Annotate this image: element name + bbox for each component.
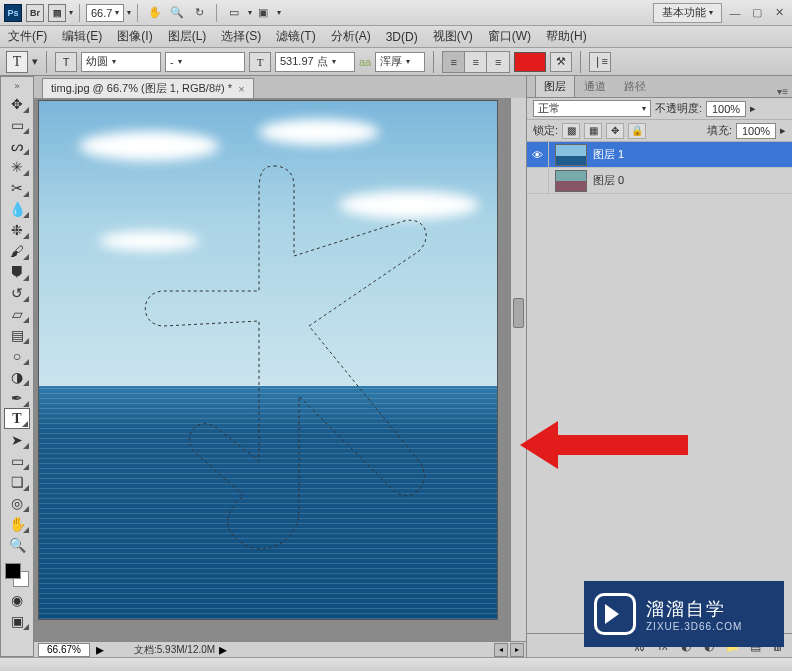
healing-brush-tool[interactable]: ❉ (4, 219, 30, 240)
layer-thumbnail[interactable] (555, 170, 587, 192)
history-brush-tool[interactable]: ↺ (4, 282, 30, 303)
zoom-menu-icon[interactable]: ▸ (96, 640, 104, 657)
scrollbar-thumb[interactable] (513, 298, 524, 328)
type-tool[interactable]: T (4, 408, 30, 429)
align-left-button[interactable]: ≡ (443, 52, 465, 72)
menu-select[interactable]: 选择(S) (221, 28, 261, 45)
align-right-button[interactable]: ≡ (487, 52, 509, 72)
toolbox-expand-icon[interactable]: » (14, 81, 19, 91)
foreground-color-swatch[interactable] (5, 563, 21, 579)
3d-tool[interactable]: ❏ (4, 471, 30, 492)
panel-menu-icon[interactable]: ▾≡ (777, 86, 788, 97)
character-panel-button[interactable]: ❘≡ (589, 52, 611, 72)
opacity-field[interactable]: 100% (706, 101, 746, 117)
layer-row[interactable]: 图层 0 (527, 168, 792, 194)
pen-tool[interactable]: ✒ (4, 387, 30, 408)
text-color-swatch[interactable] (514, 52, 546, 72)
lock-position-icon[interactable]: ✥ (606, 123, 624, 139)
canvas[interactable] (38, 100, 498, 620)
align-center-button[interactable]: ≡ (465, 52, 487, 72)
close-button[interactable]: ✕ (770, 6, 788, 19)
vertical-scrollbar[interactable] (510, 98, 526, 641)
3d-camera-tool[interactable]: ◎ (4, 492, 30, 513)
warp-text-button[interactable]: ⚒ (550, 52, 572, 72)
hand-tool-icon[interactable]: ✋ (144, 3, 166, 23)
eraser-tool[interactable]: ▱ (4, 303, 30, 324)
restore-button[interactable]: ▢ (748, 6, 766, 19)
menu-filter[interactable]: 滤镜(T) (276, 28, 315, 45)
zoom-tool-icon[interactable]: 🔍 (166, 3, 188, 23)
brush-tool[interactable]: 🖌 (4, 240, 30, 261)
font-size-combo[interactable]: 531.97 点 ▾ (275, 52, 355, 72)
tab-layers[interactable]: 图层 (535, 75, 575, 97)
tab-channels[interactable]: 通道 (575, 75, 615, 97)
scroll-left-button[interactable]: ◂ (494, 643, 508, 657)
quick-mask-button[interactable]: ◉ (4, 589, 30, 610)
rotate-view-icon[interactable]: ↻ (188, 3, 210, 23)
dropdown-icon[interactable]: ▾ (127, 8, 131, 17)
tab-paths[interactable]: 路径 (615, 75, 655, 97)
eyedropper-tool[interactable]: 💧 (4, 198, 30, 219)
gradient-tool[interactable]: ▤ (4, 324, 30, 345)
visibility-toggle[interactable] (527, 168, 549, 194)
workspace-switcher[interactable]: 基本功能 ▾ (653, 3, 722, 23)
zoom-field[interactable]: 66.67% (38, 643, 90, 657)
dodge-tool[interactable]: ◑ (4, 366, 30, 387)
zoom-tool[interactable]: 🔍 (4, 534, 30, 555)
document-tab[interactable]: timg.jpg @ 66.7% (图层 1, RGB/8#) * × (42, 78, 254, 98)
blur-tool[interactable]: ○ (4, 345, 30, 366)
menu-edit[interactable]: 编辑(E) (62, 28, 102, 45)
layer-name[interactable]: 图层 1 (593, 147, 624, 162)
antialias-combo[interactable]: 浑厚 ▾ (375, 52, 425, 72)
path-select-tool[interactable]: ➤ (4, 429, 30, 450)
minimize-button[interactable]: — (726, 7, 744, 19)
screen-mode-icon[interactable]: ▭ (223, 3, 245, 23)
close-icon[interactable]: × (238, 83, 244, 95)
fill-field[interactable]: 100% (736, 123, 776, 139)
fill-slider-icon[interactable]: ▸ (780, 124, 786, 137)
zoom-level-combo[interactable]: 66.7 ▾ (86, 4, 124, 22)
lock-pixels-icon[interactable]: ▦ (584, 123, 602, 139)
menu-3d[interactable]: 3D(D) (386, 30, 418, 44)
crop-tool[interactable]: ✂ (4, 177, 30, 198)
marquee-tool[interactable]: ▭ (4, 114, 30, 135)
arrange-docs-icon[interactable]: ▣ (252, 3, 274, 23)
lasso-tool[interactable]: ᔕ (4, 135, 30, 156)
dropdown-icon[interactable]: ▾ (69, 8, 73, 17)
layer-name[interactable]: 图层 0 (593, 173, 624, 188)
menu-view[interactable]: 视图(V) (433, 28, 473, 45)
layer-thumbnail[interactable] (555, 144, 587, 166)
canvas-viewport[interactable]: 66.67% ▸ 文档:5.93M/12.0M ▸ ◂ ▸ (34, 98, 526, 657)
bridge-icon[interactable]: Br (26, 4, 44, 22)
opacity-slider-icon[interactable]: ▸ (750, 102, 756, 115)
lock-transparency-icon[interactable]: ▩ (562, 123, 580, 139)
font-family-combo[interactable]: 幼圆 ▾ (81, 52, 161, 72)
dropdown-icon[interactable]: ▾ (277, 8, 281, 17)
dropdown-icon[interactable]: ▾ (32, 55, 38, 68)
scroll-right-button[interactable]: ▸ (510, 643, 524, 657)
quick-select-tool[interactable]: ✳ (4, 156, 30, 177)
dropdown-icon: ▾ (178, 57, 182, 66)
menu-layer[interactable]: 图层(L) (168, 28, 207, 45)
photoshop-icon[interactable]: Ps (4, 4, 22, 22)
color-swatches[interactable] (3, 561, 31, 589)
shape-tool[interactable]: ▭ (4, 450, 30, 471)
minibridge-icon[interactable]: ▤ (48, 4, 66, 22)
font-style-combo[interactable]: - ▾ (165, 52, 245, 72)
doc-info-menu-icon[interactable]: ▸ (219, 640, 227, 657)
menu-analysis[interactable]: 分析(A) (331, 28, 371, 45)
move-tool[interactable]: ✥ (4, 93, 30, 114)
blend-mode-combo[interactable]: 正常 ▾ (533, 100, 651, 117)
menu-help[interactable]: 帮助(H) (546, 28, 587, 45)
menu-window[interactable]: 窗口(W) (488, 28, 531, 45)
clone-stamp-tool[interactable]: ⛊ (4, 261, 30, 282)
visibility-toggle[interactable]: 👁 (527, 142, 549, 168)
layer-row[interactable]: 👁 图层 1 (527, 142, 792, 168)
tool-preset-icon[interactable]: T (6, 51, 28, 73)
screen-mode-button[interactable]: ▣ (4, 610, 30, 631)
lock-all-icon[interactable]: 🔒 (628, 123, 646, 139)
hand-tool[interactable]: ✋ (4, 513, 30, 534)
text-orientation-button[interactable]: T (55, 52, 77, 72)
menu-file[interactable]: 文件(F) (8, 28, 47, 45)
menu-image[interactable]: 图像(I) (117, 28, 152, 45)
